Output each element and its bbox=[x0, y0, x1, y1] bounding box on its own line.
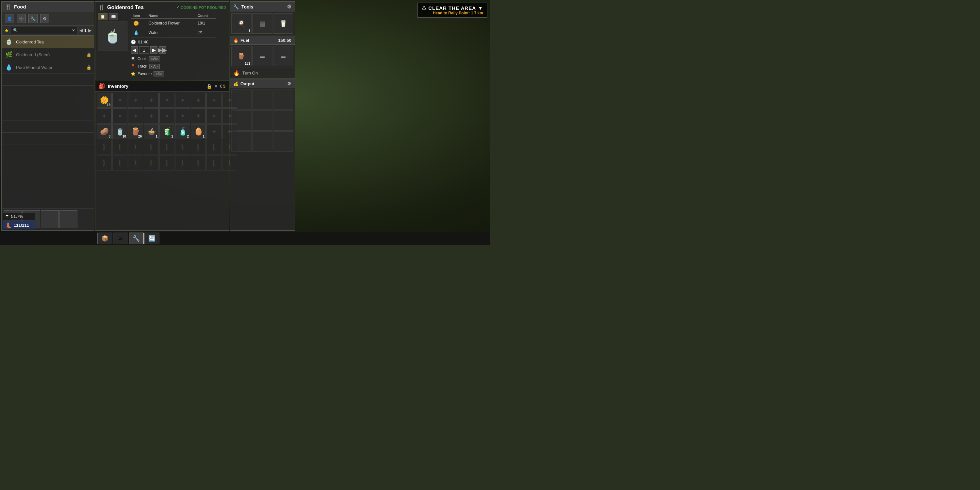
inv-slot-29[interactable]: 🚶 bbox=[128, 140, 143, 155]
turn-on-row[interactable]: 🔥 Turn On bbox=[230, 68, 295, 78]
inv-slot-9[interactable]: ✦ bbox=[97, 108, 112, 124]
favorite-star-icon[interactable]: ★ bbox=[4, 27, 9, 33]
turn-on-fire-icon: 🔥 bbox=[233, 70, 240, 76]
inv-slot-31[interactable]: 🚶 bbox=[159, 140, 175, 155]
health-value: 111/111 bbox=[14, 223, 29, 228]
inv-slot-39[interactable]: 🚶 bbox=[144, 156, 159, 170]
inv-slot-44[interactable]: 🚶 bbox=[222, 156, 237, 170]
bottom-slot-weapon[interactable]: ⚔ bbox=[113, 232, 128, 244]
inv-slot-20[interactable]: 🪵 26 bbox=[128, 124, 143, 139]
inv-slot-8[interactable]: ✦ bbox=[222, 93, 237, 108]
character-icon-btn[interactable]: 👤 bbox=[5, 14, 14, 23]
inv-slot-30[interactable]: 🚶 bbox=[144, 140, 159, 155]
output-slot-2[interactable] bbox=[252, 89, 272, 110]
inv-slot-10[interactable]: ✦ bbox=[112, 108, 127, 124]
inv-slot-3[interactable]: ✦ bbox=[144, 93, 159, 108]
next-page-btn[interactable]: ▶ bbox=[88, 28, 91, 33]
recipe-item-goldenrod-seed[interactable]: 🌿 Goldenrod (Seed) 🔒 bbox=[2, 48, 94, 61]
output-slot-3[interactable] bbox=[273, 89, 293, 110]
qty-value: 1 bbox=[139, 46, 149, 54]
inv-slot-15[interactable]: ✦ bbox=[191, 108, 206, 124]
tab-info[interactable]: 📖 bbox=[109, 13, 118, 20]
inventory-title: Inventory bbox=[108, 84, 204, 89]
inv-slot-21[interactable]: 🍲 1 bbox=[144, 124, 159, 139]
tool-slot-cup[interactable]: 🥛 bbox=[273, 13, 293, 33]
settings-icon-btn[interactable]: ⚙ bbox=[40, 14, 49, 23]
inv-slot-24[interactable]: 🥚 1 bbox=[191, 124, 206, 139]
tools-panel: 🔧 Tools ⚙ 🍳 1 ▦ 🥛 bbox=[230, 1, 295, 35]
mineral-water-icon: 💧 bbox=[4, 63, 13, 72]
inv-slot-38[interactable]: 🚶 bbox=[128, 156, 143, 170]
hotbar-slot-4[interactable] bbox=[59, 210, 78, 228]
inv-slot-40[interactable]: 🚶 bbox=[159, 156, 175, 170]
inv-slot-32[interactable]: 🚶 bbox=[175, 140, 190, 155]
inv-slot-13[interactable]: ✦ bbox=[159, 108, 175, 124]
inv-slot-5[interactable]: ✦ bbox=[175, 93, 190, 108]
bottom-slot-crafting[interactable]: 🔧 bbox=[129, 232, 144, 244]
col-name: Name bbox=[146, 13, 195, 19]
qty-next-btn[interactable]: ▶ bbox=[150, 46, 158, 54]
output-slot-9[interactable] bbox=[273, 131, 293, 151]
inv-slot-16[interactable]: ✦ bbox=[207, 108, 221, 124]
tools-icon-btn[interactable]: 🔧 bbox=[29, 14, 38, 23]
add-icon-btn[interactable]: ➕ bbox=[17, 14, 26, 23]
inv-slot-1[interactable]: ✦ bbox=[112, 93, 127, 108]
inventory-money: 0 $ bbox=[220, 84, 225, 89]
inv-slot-37[interactable]: 🚶 bbox=[112, 156, 127, 170]
qty-prev-btn[interactable]: ◀ bbox=[130, 46, 138, 54]
recipe-item-pure-mineral-water[interactable]: 💧 Pure Mineral Water 🔒 bbox=[2, 61, 94, 74]
inv-slot-4[interactable]: ✦ bbox=[159, 93, 175, 108]
inv-slot-26[interactable]: ✦ bbox=[222, 124, 237, 139]
output-slot-8[interactable] bbox=[252, 131, 272, 151]
inv-slot-12[interactable]: ✦ bbox=[144, 108, 159, 124]
bottom-slot-refresh[interactable]: 🔄 bbox=[145, 232, 159, 244]
inv-slot-7[interactable]: ✦ bbox=[207, 93, 221, 108]
inventory-panel: 🎒 Inventory 🔒 ≡ 0 $ 🌼 18 ✦ ✦ bbox=[95, 81, 229, 231]
favorite-btn[interactable]: ⭐ Favorite <S> bbox=[130, 70, 216, 77]
bottom-slot-chest[interactable]: 📦 bbox=[97, 232, 112, 244]
output-slot-6[interactable] bbox=[273, 110, 293, 130]
hotbar-slot-3[interactable] bbox=[41, 210, 59, 228]
track-btn[interactable]: 📍 Track <A> bbox=[130, 63, 216, 70]
ingredient-row-2: 💧 Water 2/1 bbox=[130, 28, 216, 38]
lock-inv-icon[interactable]: 🔒 bbox=[207, 84, 212, 89]
search-input[interactable]: 🔍 ✕ bbox=[11, 27, 78, 34]
tool-slot-pan[interactable]: 🍳 1 bbox=[231, 13, 251, 33]
inv-slot-11[interactable]: ✦ bbox=[128, 108, 143, 124]
inv-slot-34[interactable]: 🚶 bbox=[207, 140, 221, 155]
cook-btn[interactable]: 🍳 Cook <W> bbox=[130, 56, 216, 62]
inv-slot-41[interactable]: 🚶 bbox=[175, 156, 190, 170]
inv-slot-14[interactable]: ✦ bbox=[175, 108, 190, 124]
fuel-slot-2[interactable]: ▬ bbox=[252, 46, 272, 66]
inv-slot-33[interactable]: 🚶 bbox=[191, 140, 206, 155]
inv-slot-28[interactable]: 🚶 bbox=[112, 140, 127, 155]
inv-slot-17[interactable]: ✦ bbox=[222, 108, 237, 124]
inv-slot-35[interactable]: 🚶 bbox=[222, 140, 237, 155]
inv-slot-36[interactable]: 🚶 bbox=[97, 156, 112, 170]
inv-slot-18[interactable]: 🥔 3 bbox=[97, 124, 112, 139]
inv-slot-43[interactable]: 🚶 bbox=[207, 156, 221, 170]
output-slot-5[interactable] bbox=[252, 110, 272, 130]
inv-slot-6[interactable]: ✦ bbox=[191, 93, 206, 108]
bar-icon-2: ▬ bbox=[281, 54, 285, 59]
inv-slot-22[interactable]: 🧃 1 bbox=[159, 124, 175, 139]
qty-max-btn[interactable]: ▶▶ bbox=[159, 46, 166, 54]
inv-slot-0[interactable]: 🌼 18 bbox=[97, 93, 112, 108]
inv-slot-2[interactable]: ✦ bbox=[128, 93, 143, 108]
fuel-slot-wood[interactable]: 🪵 181 bbox=[231, 46, 251, 66]
search-clear-icon[interactable]: ✕ bbox=[72, 28, 75, 33]
tab-ingredients[interactable]: 📋 bbox=[98, 13, 108, 20]
empty-slot-icon: ✦ bbox=[227, 96, 232, 104]
inv-slot-25[interactable]: ✦ bbox=[207, 124, 221, 139]
sort-inv-icon[interactable]: ≡ bbox=[215, 84, 217, 89]
tools-icon: 🔧 bbox=[233, 4, 239, 10]
inv-slot-27[interactable]: 🚶 bbox=[97, 140, 112, 155]
prev-page-btn[interactable]: ◀ bbox=[80, 28, 83, 33]
inv-slot-19[interactable]: 🥤 10 bbox=[112, 124, 127, 139]
recipe-item-goldenrod-tea[interactable]: 🍵 Goldenrod Tea bbox=[2, 36, 94, 48]
inv-slot-23[interactable]: 🧴 2 bbox=[175, 124, 190, 139]
tool-slot-grate[interactable]: ▦ bbox=[252, 13, 272, 33]
inv-slot-42[interactable]: 🚶 bbox=[191, 156, 206, 170]
person-placeholder-icon: 🚶 bbox=[163, 159, 171, 167]
fuel-slot-3[interactable]: ▬ bbox=[273, 46, 293, 66]
